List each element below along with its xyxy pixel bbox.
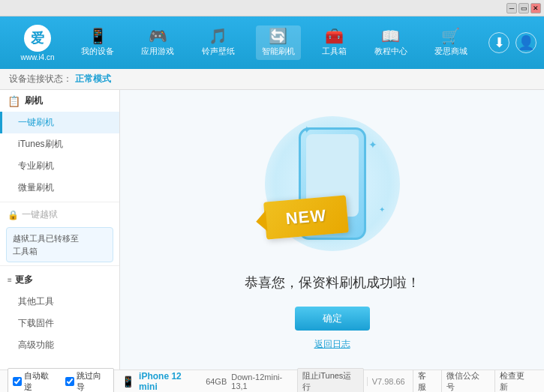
device-name: iPhone 12 mini bbox=[139, 371, 201, 392]
bottom-bar: 自动歇逆 跳过向导 📱 iPhone 12 mini 64GB Down-12m… bbox=[0, 370, 544, 392]
jailbreak-label: 一键越狱 bbox=[22, 208, 58, 221]
sidebar-more-header: ≡ 更多 bbox=[0, 269, 119, 291]
sidebar-item-battery-flash[interactable]: 微量刷机 bbox=[0, 177, 119, 199]
version-text: V7.98.66 bbox=[367, 377, 410, 386]
skip-guide-label: 跳过向导 bbox=[77, 370, 109, 393]
itunes-flash-label: iTunes刷机 bbox=[18, 139, 63, 149]
nav-device-label: 我的设备 bbox=[81, 46, 114, 57]
info-line2: 工具箱 bbox=[13, 247, 38, 256]
nav-ringtones[interactable]: 🎵 铃声壁纸 bbox=[196, 25, 241, 60]
status-bar: 设备连接状态： 正常模式 bbox=[0, 69, 544, 90]
nav-tutorial-icon: 📖 bbox=[381, 28, 400, 43]
customer-service-link[interactable]: 客服 bbox=[413, 370, 439, 393]
sidebar-flash-header: 📋 刷机 bbox=[0, 90, 119, 112]
nav-ringtones-label: 铃声壁纸 bbox=[202, 46, 235, 57]
download-fw-label: 下载固件 bbox=[18, 318, 54, 328]
nav-istore-label: 爱思商城 bbox=[434, 46, 467, 57]
sidebar-item-pro-flash[interactable]: 专业刷机 bbox=[0, 155, 119, 177]
sidebar: 📋 刷机 一键刷机 iTunes刷机 专业刷机 微量刷机 🔒 一键越狱 越狱工具… bbox=[0, 90, 120, 370]
logo-area: 爱 www.i4.cn bbox=[8, 25, 68, 61]
advanced-label: 高级功能 bbox=[18, 340, 54, 350]
stop-itunes-btn[interactable]: 阻止iTunes运行 bbox=[297, 368, 364, 393]
main-layout: 📋 刷机 一键刷机 iTunes刷机 专业刷机 微量刷机 🔒 一键越狱 越狱工具… bbox=[0, 90, 544, 370]
star-decoration-1: ✦ bbox=[302, 124, 311, 136]
auto-send-label: 自动歇逆 bbox=[24, 370, 56, 393]
download-btn[interactable]: ⬇ bbox=[488, 32, 509, 53]
sidebar-divider-1 bbox=[0, 202, 119, 202]
more-icon: ≡ bbox=[8, 276, 12, 284]
status-label: 设备连接状态： bbox=[9, 73, 72, 85]
logo-icon: 爱 bbox=[24, 25, 51, 52]
nav-device-icon: 📱 bbox=[89, 28, 107, 43]
star-decoration-2: ✦ bbox=[368, 139, 377, 151]
title-bar: ─ ▭ ✕ bbox=[0, 0, 544, 16]
nav-flash-icon: 🔄 bbox=[269, 28, 287, 43]
nav-my-device[interactable]: 📱 我的设备 bbox=[75, 25, 120, 60]
sidebar-item-itunes-flash[interactable]: iTunes刷机 bbox=[0, 133, 119, 155]
content-area: NEW ✦ ✦ ✦ 恭喜您，保资料刷机成功啦！ 确定 返回日志 bbox=[120, 90, 544, 370]
flash-section-label: 刷机 bbox=[25, 94, 43, 107]
sidebar-jailbreak-header: 🔒 一键越狱 bbox=[0, 205, 119, 224]
header-right-btns[interactable]: ⬇ 👤 bbox=[488, 32, 536, 53]
bottom-right: 阻止iTunes运行 V7.98.66 客服 微信公众号 检查更新 bbox=[297, 368, 536, 393]
status-value: 正常模式 bbox=[75, 73, 111, 85]
flash-section-icon: 📋 bbox=[8, 95, 20, 107]
pro-flash-label: 专业刷机 bbox=[18, 160, 54, 171]
bottom-left: 自动歇逆 跳过向导 📱 iPhone 12 mini 64GB Down-12m… bbox=[8, 368, 297, 393]
nav-tutorial[interactable]: 📖 教程中心 bbox=[368, 25, 413, 60]
other-tools-label: 其他工具 bbox=[18, 296, 54, 307]
nav-toolbox[interactable]: 🧰 工具箱 bbox=[316, 25, 353, 60]
nav-flash-label: 智能刷机 bbox=[262, 46, 295, 57]
sidebar-item-other-tools[interactable]: 其他工具 bbox=[0, 291, 119, 313]
nav-toolbox-icon: 🧰 bbox=[325, 28, 344, 43]
skip-guide-input[interactable] bbox=[65, 377, 74, 386]
ribbon-text: NEW bbox=[284, 206, 326, 229]
minimize-btn[interactable]: ─ bbox=[506, 3, 517, 13]
nav-tutorial-label: 教程中心 bbox=[374, 46, 407, 57]
window-controls[interactable]: ─ ▭ ✕ bbox=[506, 3, 541, 13]
skip-guide-checkbox[interactable]: 跳过向导 bbox=[65, 370, 109, 393]
sidebar-divider-2 bbox=[0, 265, 119, 266]
device-model: Down-12mini-13,1 bbox=[231, 373, 297, 391]
success-message: 恭喜您，保资料刷机成功啦！ bbox=[245, 274, 420, 292]
sidebar-item-advanced[interactable]: 高级功能 bbox=[0, 334, 119, 356]
nav-smart-flash[interactable]: 🔄 智能刷机 bbox=[256, 25, 301, 60]
return-link[interactable]: 返回日志 bbox=[314, 338, 350, 351]
sidebar-item-download-fw[interactable]: 下载固件 bbox=[0, 313, 119, 334]
sidebar-item-one-key-flash[interactable]: 一键刷机 bbox=[0, 112, 119, 133]
battery-flash-label: 微量刷机 bbox=[18, 182, 54, 193]
check-update-link[interactable]: 检查更新 bbox=[494, 370, 536, 393]
nav-toolbox-label: 工具箱 bbox=[322, 46, 347, 57]
one-key-flash-label: 一键刷机 bbox=[18, 117, 54, 127]
sidebar-info-box: 越狱工具已转移至 工具箱 bbox=[6, 227, 113, 262]
nav-apps-icon: 🎮 bbox=[149, 28, 167, 43]
device-capacity: 64GB bbox=[206, 377, 227, 386]
info-line1: 越狱工具已转移至 bbox=[13, 234, 79, 243]
nav-ringtones-icon: 🎵 bbox=[209, 28, 227, 43]
close-btn[interactable]: ✕ bbox=[530, 3, 541, 13]
auto-send-input[interactable] bbox=[13, 377, 22, 386]
star-decoration-3: ✦ bbox=[379, 205, 385, 214]
logo-symbol: 爱 bbox=[31, 29, 44, 47]
nav-apps-games[interactable]: 🎮 应用游戏 bbox=[135, 25, 180, 60]
device-icon: 📱 bbox=[122, 376, 134, 388]
nav-istore-icon: 🛒 bbox=[441, 28, 460, 43]
lock-icon: 🔒 bbox=[8, 210, 19, 220]
new-ribbon: NEW bbox=[263, 195, 349, 239]
success-illustration: NEW ✦ ✦ ✦ bbox=[257, 109, 407, 259]
logo-url: www.i4.cn bbox=[20, 53, 54, 61]
nav-istore[interactable]: 🛒 爱思商城 bbox=[428, 25, 473, 60]
auto-send-checkbox[interactable]: 自动歇逆 bbox=[13, 370, 56, 393]
checkbox-group: 自动歇逆 跳过向导 bbox=[8, 368, 114, 393]
nav-apps-label: 应用游戏 bbox=[141, 46, 174, 57]
nav-bar: 📱 我的设备 🎮 应用游戏 🎵 铃声壁纸 🔄 智能刷机 🧰 工具箱 📖 教程中心… bbox=[68, 25, 481, 60]
more-label: 更多 bbox=[15, 274, 33, 286]
restore-btn[interactable]: ▭ bbox=[518, 3, 529, 13]
header: 爱 www.i4.cn 📱 我的设备 🎮 应用游戏 🎵 铃声壁纸 🔄 智能刷机 … bbox=[0, 16, 544, 69]
device-info: 📱 iPhone 12 mini 64GB Down-12mini-13,1 bbox=[122, 371, 297, 392]
user-btn[interactable]: 👤 bbox=[515, 32, 536, 53]
wechat-link[interactable]: 微信公众号 bbox=[441, 370, 491, 393]
confirm-button[interactable]: 确定 bbox=[295, 307, 370, 331]
